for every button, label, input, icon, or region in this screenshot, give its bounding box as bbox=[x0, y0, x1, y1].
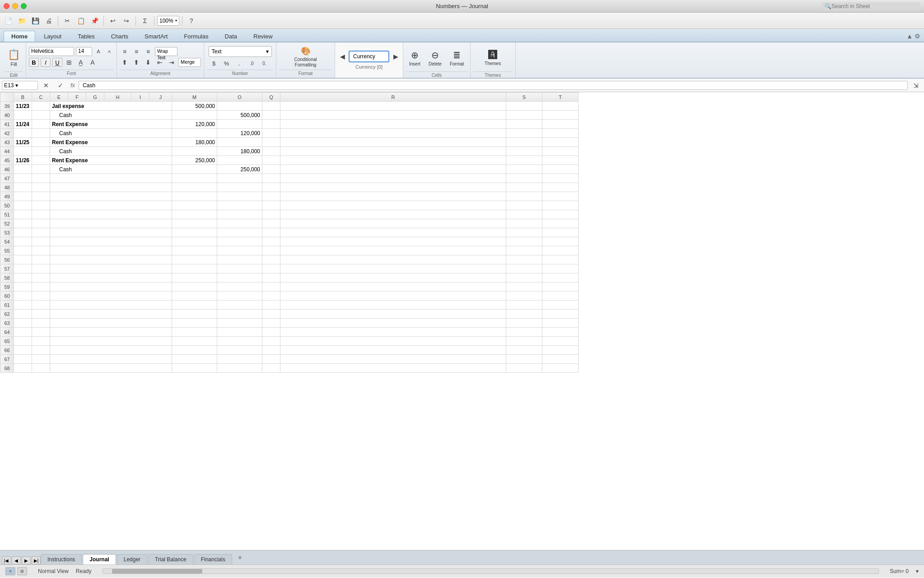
font-size-box[interactable]: 14 bbox=[76, 47, 92, 56]
row-header[interactable]: 45 bbox=[0, 156, 14, 165]
cell-s[interactable] bbox=[506, 346, 542, 355]
currency-nav-next[interactable]: ▶ bbox=[391, 52, 400, 61]
cell-credit[interactable] bbox=[217, 183, 262, 192]
cell-description[interactable] bbox=[50, 210, 172, 219]
cell-s[interactable] bbox=[506, 138, 542, 147]
col-header-B[interactable]: B bbox=[14, 93, 32, 102]
cell-q[interactable] bbox=[262, 310, 280, 319]
cell-description[interactable] bbox=[50, 301, 172, 310]
font-color-button[interactable]: A bbox=[88, 58, 98, 67]
cell-s[interactable] bbox=[506, 237, 542, 246]
cell-debit[interactable]: 500,000 bbox=[172, 102, 217, 111]
cell-q[interactable] bbox=[262, 102, 280, 111]
formula-input[interactable] bbox=[79, 81, 908, 90]
number-format-dropdown[interactable]: Text ▾ bbox=[209, 46, 272, 57]
row-header[interactable]: 57 bbox=[0, 264, 14, 273]
cell-q[interactable] bbox=[262, 129, 280, 138]
cell-q[interactable] bbox=[262, 147, 280, 156]
row-header[interactable]: 68 bbox=[0, 364, 14, 373]
cell-debit[interactable]: 250,000 bbox=[172, 156, 217, 165]
row-header[interactable]: 58 bbox=[0, 273, 14, 282]
add-sheet-button[interactable]: + bbox=[233, 551, 247, 564]
cell-t[interactable] bbox=[542, 147, 579, 156]
col-header-T[interactable]: T bbox=[542, 93, 579, 102]
cell-r[interactable] bbox=[280, 120, 506, 129]
cell-s[interactable] bbox=[506, 264, 542, 273]
cell-s[interactable] bbox=[506, 282, 542, 291]
cell-date[interactable] bbox=[14, 201, 32, 210]
row-header[interactable]: 56 bbox=[0, 255, 14, 264]
cell-q[interactable] bbox=[262, 192, 280, 201]
cell-description[interactable]: Rent Expense bbox=[50, 120, 172, 129]
cell-credit[interactable] bbox=[217, 319, 262, 328]
cell-r[interactable] bbox=[280, 355, 506, 364]
cell-r[interactable] bbox=[280, 165, 506, 174]
cell-debit[interactable] bbox=[172, 328, 217, 337]
cell-c[interactable] bbox=[32, 183, 50, 192]
cell-t[interactable] bbox=[542, 337, 579, 346]
cell-s[interactable] bbox=[506, 328, 542, 337]
cell-c[interactable] bbox=[32, 111, 50, 120]
cell-c[interactable] bbox=[32, 192, 50, 201]
align-top-button[interactable]: ⬆ bbox=[120, 58, 130, 67]
col-header-H[interactable]: H bbox=[104, 93, 131, 102]
cell-t[interactable] bbox=[542, 129, 579, 138]
sheet-nav-first[interactable]: |◀ bbox=[2, 556, 11, 564]
tab-layout[interactable]: Layout bbox=[36, 31, 69, 42]
col-header-S[interactable]: S bbox=[506, 93, 542, 102]
cell-description[interactable] bbox=[50, 337, 172, 346]
cell-s[interactable] bbox=[506, 228, 542, 237]
row-header[interactable]: 65 bbox=[0, 337, 14, 346]
confirm-formula-button[interactable]: ✓ bbox=[54, 79, 67, 92]
cell-s[interactable] bbox=[506, 165, 542, 174]
row-header[interactable]: 67 bbox=[0, 355, 14, 364]
cell-c[interactable] bbox=[32, 156, 50, 165]
cell-q[interactable] bbox=[262, 246, 280, 255]
cell-c[interactable] bbox=[32, 219, 50, 228]
cell-date[interactable] bbox=[14, 337, 32, 346]
ribbon-collapse-button[interactable]: ▲ bbox=[906, 33, 913, 40]
cell-r[interactable] bbox=[280, 364, 506, 373]
cell-s[interactable] bbox=[506, 310, 542, 319]
cell-s[interactable] bbox=[506, 183, 542, 192]
cell-date[interactable] bbox=[14, 165, 32, 174]
cell-t[interactable] bbox=[542, 138, 579, 147]
cell-r[interactable] bbox=[280, 228, 506, 237]
cell-reference[interactable]: E13 ▾ bbox=[2, 81, 38, 90]
insert-button[interactable]: ⊕ Insert bbox=[406, 44, 424, 71]
cell-date[interactable] bbox=[14, 319, 32, 328]
cell-r[interactable] bbox=[280, 129, 506, 138]
cell-date[interactable] bbox=[14, 328, 32, 337]
cell-credit[interactable] bbox=[217, 337, 262, 346]
cell-date[interactable] bbox=[14, 355, 32, 364]
align-right-button[interactable]: ≡ bbox=[143, 47, 153, 56]
cell-t[interactable] bbox=[542, 237, 579, 246]
cell-c[interactable] bbox=[32, 282, 50, 291]
cell-description[interactable] bbox=[50, 174, 172, 183]
cell-debit[interactable] bbox=[172, 273, 217, 282]
cell-q[interactable] bbox=[262, 111, 280, 120]
new-button[interactable]: 📄 bbox=[2, 14, 14, 27]
cell-date[interactable] bbox=[14, 346, 32, 355]
cell-credit[interactable] bbox=[217, 120, 262, 129]
cell-r[interactable] bbox=[280, 264, 506, 273]
cell-description[interactable]: Cash bbox=[50, 129, 172, 138]
cell-q[interactable] bbox=[262, 255, 280, 264]
cell-debit[interactable] bbox=[172, 264, 217, 273]
cell-credit[interactable] bbox=[217, 192, 262, 201]
cell-debit[interactable] bbox=[172, 355, 217, 364]
font-size-down-button[interactable]: A bbox=[105, 47, 114, 56]
cell-r[interactable] bbox=[280, 183, 506, 192]
cell-t[interactable] bbox=[542, 282, 579, 291]
cell-c[interactable] bbox=[32, 301, 50, 310]
cell-t[interactable] bbox=[542, 192, 579, 201]
cell-date[interactable] bbox=[14, 291, 32, 301]
cell-s[interactable] bbox=[506, 255, 542, 264]
row-header[interactable]: 49 bbox=[0, 192, 14, 201]
cell-c[interactable] bbox=[32, 291, 50, 301]
cell-c[interactable] bbox=[32, 228, 50, 237]
save-button[interactable]: 💾 bbox=[29, 14, 42, 27]
cell-description[interactable] bbox=[50, 310, 172, 319]
cell-r[interactable] bbox=[280, 174, 506, 183]
cell-credit[interactable]: 250,000 bbox=[217, 165, 262, 174]
